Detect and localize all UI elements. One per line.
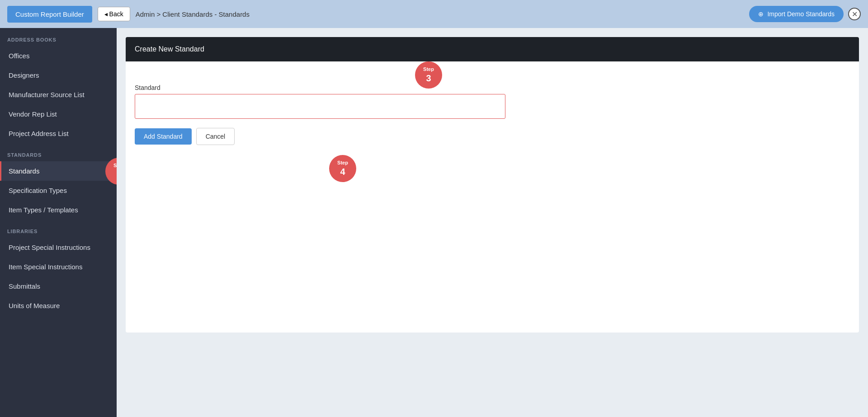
sidebar-item-designers[interactable]: Designers <box>0 66 117 85</box>
sidebar-item-vendor-rep-list[interactable]: Vendor Rep List <box>0 104 117 124</box>
back-button[interactable]: ◂ Back <box>98 7 130 21</box>
btn-row: Add Standard Cancel <box>135 128 235 145</box>
content-area: Create New Standard Step 3 Standard <box>117 28 868 417</box>
card-body: Step 3 Standard Add Standard Cancel <box>126 61 859 333</box>
sidebar-item-specification-types[interactable]: Specification Types <box>0 181 117 200</box>
import-demo-standards-button[interactable]: ⊕ Import Demo Standards <box>749 6 844 22</box>
top-bar-left: Custom Report Builder ◂ Back Admin > Cli… <box>7 6 250 23</box>
buttons-wrapper: Add Standard Cancel Step 4 <box>135 128 235 145</box>
step4-badge: Step 4 <box>329 155 356 182</box>
sidebar-item-project-special-instructions[interactable]: Project Special Instructions <box>0 238 117 257</box>
sidebar-item-units-of-measure[interactable]: Units of Measure <box>0 296 117 315</box>
close-button[interactable]: ✕ <box>848 8 861 20</box>
step3-badge: Step 3 <box>415 61 442 89</box>
sidebar-standards-wrapper: Standards Step 2 <box>0 161 117 181</box>
add-standard-button[interactable]: Add Standard <box>135 128 192 145</box>
sidebar-section-libraries: LIBRARIES <box>0 220 117 238</box>
breadcrumb: Admin > Client Standards - Standards <box>136 10 250 18</box>
standard-label: Standard <box>135 84 850 91</box>
sidebar-item-manufacturer-source-list[interactable]: Manufacturer Source List <box>0 85 117 104</box>
sidebar-item-project-address-list[interactable]: Project Address List <box>0 124 117 143</box>
form-wrapper: Step 3 Standard Add Standard Cancel <box>135 75 850 163</box>
card-header: Create New Standard <box>126 37 859 61</box>
sidebar-item-submittals[interactable]: Submittals <box>0 276 117 296</box>
top-bar-right: ⊕ Import Demo Standards ✕ <box>749 6 861 22</box>
standard-form-group: Standard <box>135 84 850 119</box>
cancel-button[interactable]: Cancel <box>196 128 235 145</box>
card-title: Create New Standard <box>135 45 204 53</box>
sidebar-item-item-types-templates[interactable]: Item Types / Templates <box>0 200 117 220</box>
sidebar-section-standards: STANDARDS <box>0 143 117 161</box>
main-card: Create New Standard Step 3 Standard <box>126 37 859 333</box>
sidebar-item-item-special-instructions[interactable]: Item Special Instructions <box>0 257 117 276</box>
sidebar-item-offices[interactable]: Offices <box>0 46 117 66</box>
top-bar: Custom Report Builder ◂ Back Admin > Cli… <box>0 0 868 28</box>
import-icon: ⊕ <box>758 10 764 18</box>
sidebar-item-standards[interactable]: Standards <box>0 161 117 181</box>
sidebar-section-address-books: ADDRESS BOOKS <box>0 28 117 46</box>
standard-input[interactable] <box>135 94 505 119</box>
main-layout: ADDRESS BOOKS Offices Designers Manufact… <box>0 28 868 417</box>
import-label: Import Demo Standards <box>767 10 835 18</box>
sidebar: ADDRESS BOOKS Offices Designers Manufact… <box>0 28 117 417</box>
custom-report-button[interactable]: Custom Report Builder <box>7 6 92 23</box>
